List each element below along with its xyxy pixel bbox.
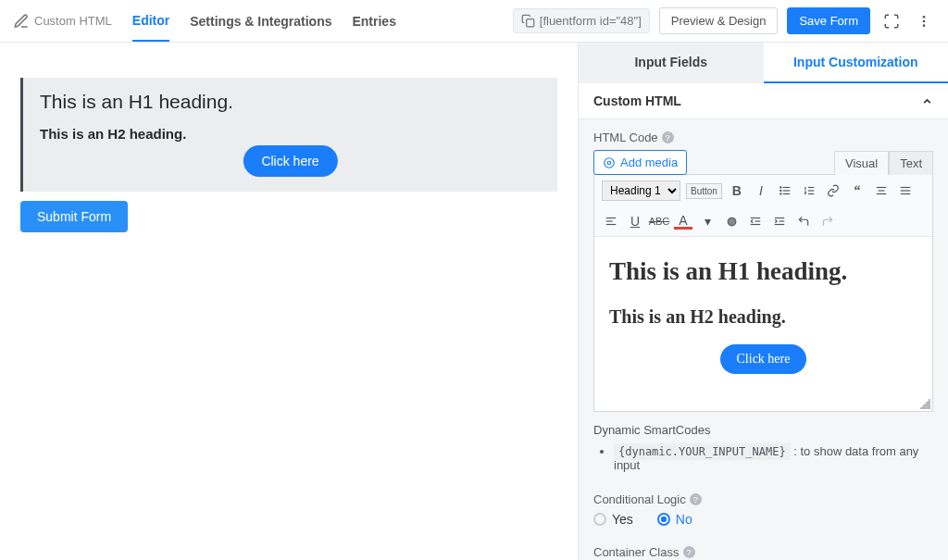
nav-entries[interactable]: Entries <box>352 2 395 41</box>
svg-point-1 <box>923 16 926 19</box>
topbar: Custom HTML Editor Settings & Integratio… <box>0 0 948 43</box>
conditional-yes[interactable]: Yes <box>593 512 633 527</box>
tab-input-customization[interactable]: Input Customization <box>764 43 949 83</box>
undo-icon[interactable] <box>794 212 813 230</box>
preview-h2: This is an H2 heading. <box>40 126 541 142</box>
text-color-icon[interactable]: A <box>674 214 692 230</box>
radio-on-icon <box>657 513 670 526</box>
smartcodes-list: {dynamic.YOUR_INPUT_NAME} : to show data… <box>614 444 933 472</box>
indent-icon[interactable] <box>770 212 789 230</box>
pencil-icon <box>13 13 30 30</box>
editor-h2: This is an H2 heading. <box>609 306 917 328</box>
editor-click-pill: Click here <box>720 344 807 374</box>
editor-content[interactable]: This is an H1 heading. This is an H2 hea… <box>594 237 932 411</box>
save-button[interactable]: Save Form <box>787 7 870 34</box>
sidebar-tabs: Input Fields Input Customization <box>579 43 948 83</box>
svg-point-11 <box>780 193 781 194</box>
chevron-up-icon <box>921 95 933 107</box>
custom-html-block[interactable]: This is an H1 heading. This is an H2 hea… <box>20 78 557 192</box>
editor-toolbar: Heading 1 Button B I “ U ABC A ▾ <box>594 175 932 237</box>
settings-sidebar: Input Fields Input Customization Custom … <box>578 43 948 560</box>
conditional-logic-label: Conditional Logic ? <box>593 492 933 506</box>
smartcode-value: {dynamic.YOUR_INPUT_NAME} <box>614 443 791 460</box>
svg-point-5 <box>607 161 611 165</box>
conditional-no[interactable]: No <box>657 512 692 527</box>
panel-body: HTML Code ? Add media Visual Text Headin… <box>579 119 948 560</box>
conditional-label-text: Conditional Logic <box>593 492 686 506</box>
editor-tab-visual[interactable]: Visual <box>834 151 889 175</box>
nav-editor[interactable]: Editor <box>132 1 169 42</box>
radio-no-label: No <box>676 512 692 527</box>
quote-icon[interactable]: “ <box>848 181 867 200</box>
outdent-icon[interactable] <box>746 212 765 230</box>
form-canvas: This is an H1 heading. This is an H2 hea… <box>0 43 578 560</box>
clear-format-icon[interactable] <box>722 212 741 230</box>
link-icon[interactable] <box>824 181 842 200</box>
preview-h1: This is an H1 heading. <box>40 91 541 113</box>
media-icon <box>603 156 616 169</box>
align-justify-icon[interactable] <box>896 181 915 200</box>
toolbar-button-insert[interactable]: Button <box>686 183 722 199</box>
editor-tab-text[interactable]: Text <box>889 151 933 175</box>
editor-h1: This is an H1 heading. <box>609 257 917 286</box>
svg-point-4 <box>605 157 615 168</box>
brand: Custom HTML <box>13 13 112 30</box>
brand-label: Custom HTML <box>34 14 112 28</box>
add-media-label: Add media <box>620 156 678 169</box>
align-center-icon[interactable] <box>872 181 891 200</box>
align-left-icon[interactable] <box>602 212 620 230</box>
more-icon[interactable] <box>913 10 935 32</box>
tab-input-fields[interactable]: Input Fields <box>579 43 764 83</box>
preview-button[interactable]: Preview & Design <box>659 7 779 34</box>
strikethrough-icon[interactable]: ABC <box>650 212 668 230</box>
copy-icon <box>521 14 535 28</box>
help-icon[interactable]: ? <box>683 546 695 558</box>
submit-button[interactable]: Submit Form <box>20 201 128 232</box>
svg-point-2 <box>923 19 926 22</box>
redo-icon[interactable] <box>818 212 837 230</box>
svg-point-9 <box>780 187 781 188</box>
html-code-label-text: HTML Code <box>593 131 658 144</box>
preview-click-button[interactable]: Click here <box>243 145 337 177</box>
svg-point-24 <box>728 218 736 226</box>
shortcode-text: [fluentform id="48"] <box>540 14 642 28</box>
ordered-list-icon[interactable] <box>800 181 818 200</box>
main: This is an H1 heading. This is an H2 hea… <box>0 43 948 560</box>
radio-yes-label: Yes <box>612 512 633 527</box>
svg-point-10 <box>780 190 781 191</box>
section-custom-html[interactable]: Custom HTML <box>579 83 948 119</box>
resize-handle[interactable] <box>919 398 930 409</box>
container-class-label: Container Class ? <box>593 545 933 559</box>
format-select[interactable]: Heading 1 <box>602 180 680 201</box>
smartcodes-label: Dynamic SmartCodes <box>593 423 933 437</box>
help-icon[interactable]: ? <box>690 493 702 505</box>
svg-rect-0 <box>526 19 533 27</box>
help-icon[interactable]: ? <box>662 131 674 143</box>
wysiwyg-editor: Heading 1 Button B I “ U ABC A ▾ <box>593 174 933 412</box>
bullet-list-icon[interactable] <box>776 181 794 200</box>
add-media-button[interactable]: Add media <box>593 150 687 175</box>
nav-settings[interactable]: Settings & Integrations <box>190 2 331 41</box>
html-code-label: HTML Code ? <box>593 131 933 144</box>
section-title: Custom HTML <box>593 93 681 108</box>
bold-icon[interactable]: B <box>728 181 746 200</box>
fullscreen-icon[interactable] <box>879 9 904 33</box>
radio-off-icon <box>593 513 606 526</box>
container-class-text: Container Class <box>593 545 680 559</box>
shortcode-box[interactable]: [fluentform id="48"] <box>513 8 650 33</box>
italic-icon[interactable]: I <box>752 181 770 200</box>
svg-point-3 <box>923 24 926 27</box>
underline-icon[interactable]: U <box>626 212 644 230</box>
color-dropdown-icon[interactable]: ▾ <box>698 212 717 230</box>
